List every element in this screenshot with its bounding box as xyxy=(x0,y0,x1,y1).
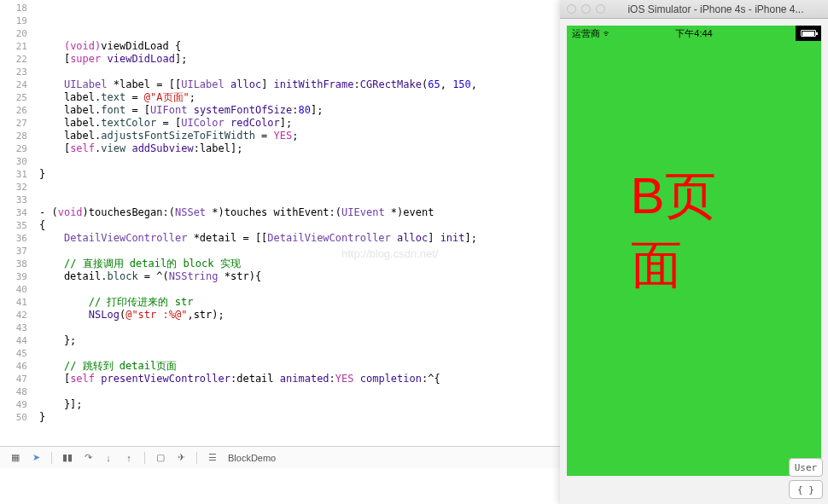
user-button[interactable]: User xyxy=(789,458,823,477)
line-number: 23 xyxy=(0,66,34,78)
right-bottom-buttons: User { } xyxy=(789,458,823,499)
line-number: 19 xyxy=(0,14,34,27)
line-number: 21 xyxy=(0,40,34,53)
breakpoint-icon[interactable]: ➤ xyxy=(27,450,44,466)
simulator-screen[interactable]: 运营商 ᯤ 下午4:44 B页面 xyxy=(567,26,821,476)
line-number: 32 xyxy=(0,181,34,194)
line-number: 46 xyxy=(0,360,34,373)
ios-simulator-window: iOS Simulator - iPhone 4s - iPhone 4... … xyxy=(560,0,828,504)
wifi-icon: ᯤ xyxy=(603,28,612,38)
line-number: 47 xyxy=(0,373,34,385)
separator xyxy=(196,452,197,464)
view-debug-icon[interactable]: ▢ xyxy=(152,450,169,466)
battery-area xyxy=(796,26,821,41)
time-label: 下午4:44 xyxy=(675,27,712,40)
stack-icon[interactable]: ☰ xyxy=(204,450,221,466)
pause-icon[interactable]: ▮▮ xyxy=(59,450,76,466)
line-number: 44 xyxy=(0,334,34,347)
window-controls xyxy=(567,4,605,14)
line-number: 38 xyxy=(0,258,34,270)
line-number-gutter: 1819202122232425262728293031323334353637… xyxy=(0,0,34,446)
line-number: 34 xyxy=(0,206,34,219)
watermark-text: http://blog.csdn.net/ xyxy=(341,247,438,260)
line-number: 28 xyxy=(0,130,34,142)
line-number: 35 xyxy=(0,219,34,232)
simulate-location-icon[interactable]: ✈ xyxy=(172,450,190,466)
line-number: 18 xyxy=(0,2,34,14)
line-number: 25 xyxy=(0,91,34,104)
line-number: 43 xyxy=(0,322,34,334)
line-number: 20 xyxy=(0,27,34,40)
line-number: 22 xyxy=(0,53,34,66)
minimize-dot-icon[interactable] xyxy=(581,4,591,14)
line-number: 29 xyxy=(0,142,34,155)
zoom-dot-icon[interactable] xyxy=(596,4,605,14)
separator xyxy=(51,452,52,464)
line-number: 36 xyxy=(0,232,34,245)
carrier-label: 运营商 ᯤ xyxy=(572,27,612,40)
line-number: 30 xyxy=(0,155,34,168)
line-number: 27 xyxy=(0,117,34,130)
battery-icon xyxy=(801,30,816,37)
line-number: 48 xyxy=(0,385,34,398)
line-number: 45 xyxy=(0,347,34,360)
close-dot-icon[interactable] xyxy=(567,4,576,14)
hide-debug-icon[interactable]: ▦ xyxy=(7,450,24,466)
line-number: 49 xyxy=(0,398,34,411)
status-bar: 运营商 ᯤ 下午4:44 xyxy=(567,26,821,41)
step-into-icon[interactable]: ↓ xyxy=(100,450,117,466)
line-number: 41 xyxy=(0,296,34,309)
step-over-icon[interactable]: ↷ xyxy=(79,450,96,466)
line-number: 42 xyxy=(0,309,34,322)
separator xyxy=(144,452,145,464)
line-number: 40 xyxy=(0,283,34,296)
snippets-button[interactable]: { } xyxy=(789,480,823,499)
simulator-titlebar[interactable]: iOS Simulator - iPhone 4s - iPhone 4... xyxy=(560,0,828,19)
page-label: B页面 xyxy=(631,162,758,300)
line-number: 33 xyxy=(0,194,34,206)
step-out-icon[interactable]: ↑ xyxy=(120,450,137,466)
line-number: 24 xyxy=(0,78,34,91)
simulator-title: iOS Simulator - iPhone 4s - iPhone 4... xyxy=(610,3,821,15)
breadcrumb[interactable]: BlockDemo xyxy=(228,453,276,463)
line-number: 39 xyxy=(0,270,34,283)
line-number: 31 xyxy=(0,168,34,181)
line-number: 50 xyxy=(0,411,34,424)
line-number: 26 xyxy=(0,104,34,117)
line-number: 37 xyxy=(0,245,34,258)
